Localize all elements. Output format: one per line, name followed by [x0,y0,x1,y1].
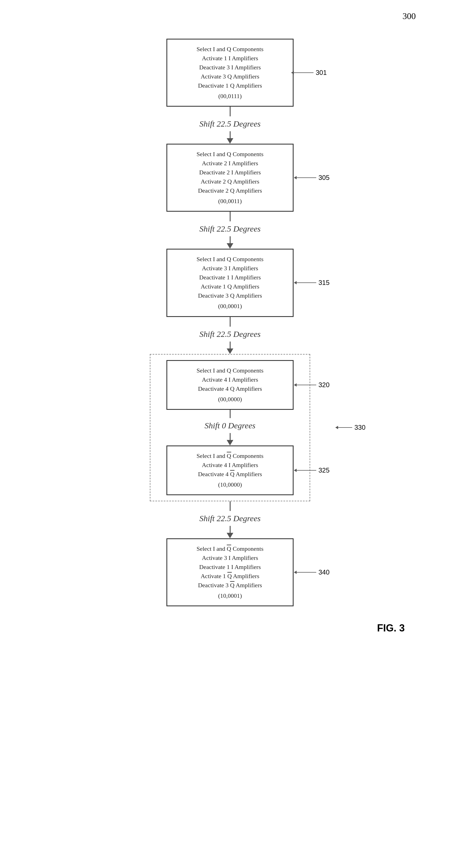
box-315-line4: Activate 1 Q Amplifiers [176,282,284,291]
ref-301: 301 [292,69,327,76]
box-325-code: (10,0000) [176,480,284,489]
figure-label: FIG. 3 [377,622,405,634]
shift-label-2: Shift 22.5 Degrees [199,224,260,234]
box-301-line5: Deactivate 1 Q Amplifiers [176,81,284,90]
box-340-line3: Deactivate 1 I Amplifiers [176,562,284,571]
outer-dashed-group: Select I and Q Components Activate 4 I A… [150,354,310,501]
box-301-line1: Select I and Q Components [176,44,284,54]
box-305: Select I and Q Components Activate 2 I A… [166,144,294,212]
box-301-wrapper: Select I and Q Components Activate 1 I A… [119,39,341,107]
box-305-line3: Deactivate 2 I Amplifiers [176,168,284,177]
box-315: Select I and Q Components Activate 3 I A… [166,249,294,317]
connector-3: Shift 22.5 Degrees [0,317,460,354]
outer-dashed-wrapper: Select I and Q Components Activate 4 I A… [150,354,310,501]
box-301-code: (00,0111) [176,91,284,101]
connector-4: Shift 0 Degrees [159,410,301,445]
box-320-line2: Activate 4 I Amplifiers [176,375,284,384]
box-301-line3: Deactivate 3 I Amplifiers [176,63,284,72]
box-340-code: (10,0001) [176,591,284,600]
qbar-340-4: Q [227,572,232,580]
ref-325: 325 [294,466,330,474]
box-340-line1: Select I and Q Components [176,544,284,553]
ref-320: 320 [294,381,330,389]
box-320-row: Select I and Q Components Activate 4 I A… [166,360,294,410]
shift-label-3: Shift 22.5 Degrees [199,330,260,339]
box-305-line4: Activate 2 Q Amplifiers [176,177,284,186]
box-305-code: (00,0011) [176,196,284,206]
box-315-line1: Select I and Q Components [176,254,284,264]
box-315-line3: Deactivate 1 I Amplifiers [176,273,284,282]
ref-340-label: 340 [318,568,330,576]
ref-305: 305 [294,174,330,182]
qbar-span-325-3: Q [230,471,235,477]
box-320: Select I and Q Components Activate 4 I A… [166,360,294,410]
connector-5: Shift 22.5 Degrees [0,501,460,538]
ref-315: 315 [294,279,330,286]
ref-330: 330 [336,424,365,431]
shift-label-5: Shift 22.5 Degrees [199,514,260,523]
box-325-row: Select I and Q Components Activate 4 I A… [166,445,294,495]
box-340-line5: Deactivate 3 Q Amplifiers [176,581,284,590]
box-320-line3: Deactivate 4 Q Amplifiers [176,384,284,393]
qbar-340-1: Q [227,545,231,552]
box-315-wrapper: Select I and Q Components Activate 3 I A… [119,249,341,317]
ref-330-label: 330 [355,424,365,431]
box-325-line2: Activate 4 I Amplifiers [176,460,284,469]
box-325-line3: Deactivate 4 Q Amplifiers [176,469,284,478]
ref-320-label: 320 [318,381,330,389]
diagram-container: 300 Select I and Q Components Activate 1… [0,0,460,656]
box-305-line1: Select I and Q Components [176,150,284,159]
box-340-wrapper: Select I and Q Components Activate 3 I A… [119,538,341,606]
connector-1: Shift 22.5 Degrees [0,107,460,144]
box-315-line5: Deactivate 3 Q Amplifiers [176,291,284,300]
connector-2: Shift 22.5 Degrees [0,212,460,249]
box-305-line2: Activate 2 I Amplifiers [176,159,284,168]
box-301-line4: Activate 3 Q Amplifiers [176,72,284,81]
shift-label-4: Shift 0 Degrees [205,421,255,430]
box-325-line1: Select I and Q Components [176,451,284,460]
ref-305-label: 305 [318,174,330,182]
ref-315-label: 315 [318,279,330,286]
box-325: Select I and Q Components Activate 4 I A… [166,445,294,495]
box-320-code: (00,0000) [176,394,284,404]
ref-301-label: 301 [316,69,327,76]
box-340-line4: Activate 1 Q Amplifiers [176,571,284,581]
ref-340: 340 [294,568,330,576]
box-315-line2: Activate 3 I Amplifiers [176,264,284,273]
box-305-line5: Deactivate 2 Q Amplifiers [176,186,284,195]
ref-325-label: 325 [318,466,330,474]
box-301: Select I and Q Components Activate 1 I A… [166,39,294,107]
box-305-wrapper: Select I and Q Components Activate 2 I A… [119,144,341,212]
box-320-line1: Select I and Q Components [176,366,284,375]
box-315-code: (00,0001) [176,301,284,311]
box-340: Select I and Q Components Activate 3 I A… [166,538,294,606]
box-340-line2: Activate 3 I Amplifiers [176,553,284,562]
qbar-340-5: Q [230,582,235,589]
shift-label-1: Shift 22.5 Degrees [199,119,260,128]
qbar-span-325-1: Q [227,453,231,459]
box-301-line2: Activate 1 I Amplifiers [176,54,284,63]
